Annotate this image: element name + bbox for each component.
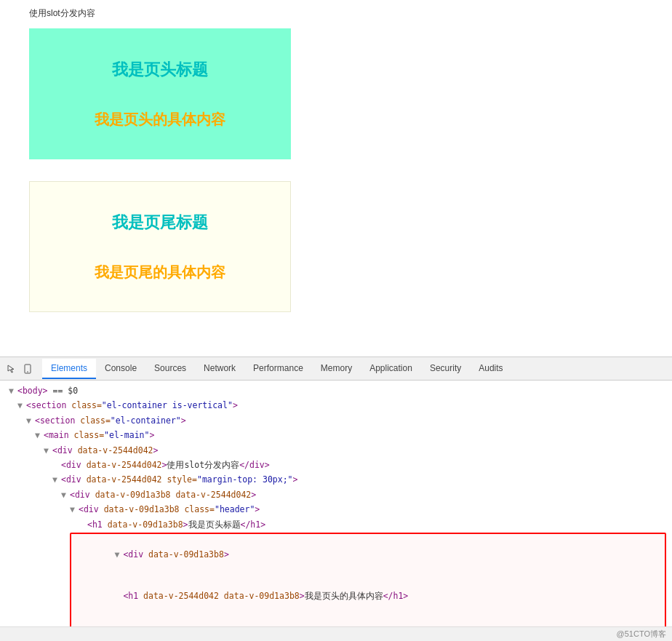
footer-title: 我是页尾标题 — [112, 212, 208, 234]
page-title: 使用slot分发内容 — [29, 7, 643, 20]
code-line[interactable]: ▼<main class="el-main"> — [0, 428, 672, 442]
preview-area: 使用slot分发内容 我是页头标题 我是页头的具体内容 我是页尾标题 我是页尾的… — [0, 0, 672, 357]
code-line[interactable]: ▼<div data-v-09d1a3b8 data-v-2544d042> — [0, 487, 672, 502]
code-line[interactable]: ▼<div data-v-2544d042 style="margin-top:… — [0, 472, 672, 487]
code-line: ▼<div data-v-09d1a3b8> — [71, 534, 665, 576]
code-line: </div> — [71, 617, 665, 626]
tab-security[interactable]: Security — [421, 359, 470, 379]
svg-marker-0 — [8, 365, 14, 373]
tab-console[interactable]: Console — [96, 359, 145, 379]
tab-network[interactable]: Network — [195, 359, 244, 379]
tab-application[interactable]: Application — [361, 359, 421, 379]
devtools-panel: Elements Console Sources Network Perform… — [0, 357, 672, 641]
svg-point-2 — [27, 371, 28, 373]
devtools-bottom-bar: @51CTO博客 — [0, 626, 672, 641]
tab-elements[interactable]: Elements — [42, 359, 96, 379]
header-title: 我是页头标题 — [112, 59, 208, 81]
mobile-icon[interactable] — [22, 363, 33, 375]
code-line[interactable]: ▼<section class="el-container"> — [0, 413, 672, 428]
tab-audits[interactable]: Audits — [470, 359, 511, 379]
code-line: <h1 data-v-2544d042 data-v-09d1a3b8>我是页头… — [71, 576, 665, 617]
code-line[interactable]: ▼<div data-v-09d1a3b8 class="header"> — [0, 502, 672, 517]
footer-content: 我是页尾的具体内容 — [95, 263, 225, 282]
code-line[interactable]: <div data-v-2544d042>使用slot分发内容</div> — [0, 458, 672, 472]
code-line[interactable]: <h1 data-v-09d1a3b8>我是页头标题</h1> — [0, 517, 672, 532]
code-body-line[interactable]: ▼<body> == $0 — [0, 383, 672, 398]
footer-section: 我是页尾标题 我是页尾的具体内容 — [29, 181, 291, 312]
highlighted-code-block: ▼<div data-v-09d1a3b8> <h1 data-v-2544d0… — [70, 533, 666, 626]
inspect-icon[interactable] — [6, 363, 17, 375]
code-line[interactable]: ▼<div data-v-2544d042> — [0, 443, 672, 458]
devtools-toolbar — [6, 363, 33, 375]
code-line[interactable]: ▼<section class="el-container is-vertica… — [0, 398, 672, 413]
watermark: @51CTO博客 — [617, 629, 666, 638]
devtools-tabs-bar: Elements Console Sources Network Perform… — [0, 357, 672, 381]
header-section: 我是页头标题 我是页头的具体内容 — [29, 28, 291, 159]
expand-arrow: ▼ — [9, 384, 16, 397]
tab-performance[interactable]: Performance — [244, 359, 312, 379]
header-content: 我是页头的具体内容 — [95, 110, 225, 130]
tab-sources[interactable]: Sources — [145, 359, 195, 379]
elements-panel[interactable]: ▼<body> == $0 ▼<section class="el-contai… — [0, 381, 672, 626]
tab-memory[interactable]: Memory — [312, 359, 361, 379]
